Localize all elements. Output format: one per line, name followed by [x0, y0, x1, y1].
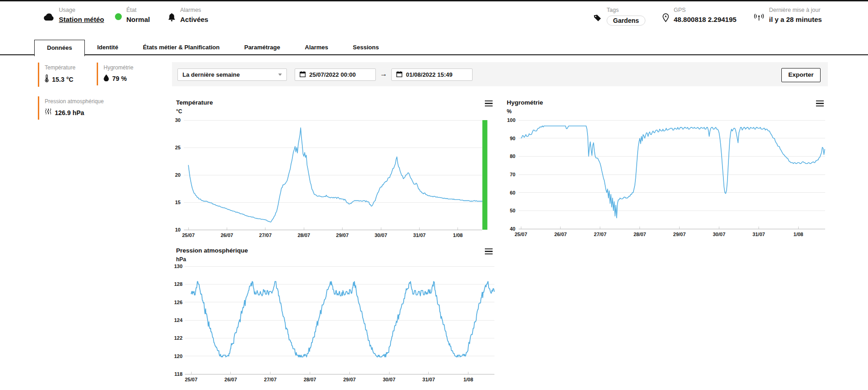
droplet-icon — [104, 74, 109, 83]
metric-card-hygrometrie[interactable]: Hygrométrie 79 % — [97, 63, 162, 85]
tags-group: Tags Gardens — [593, 7, 645, 26]
antenna-icon — [754, 13, 764, 21]
x-axis-tick-label: 1/08 — [794, 232, 803, 237]
x-axis-tick-label: 26/07 — [224, 377, 237, 382]
gps-value: 48.800818 2.294195 — [674, 16, 737, 23]
tag-icon — [593, 13, 602, 22]
chart-menu-icon[interactable] — [485, 100, 493, 106]
tab-alarmes[interactable]: Alarmes — [292, 40, 340, 55]
metric-value: 15.3 °C — [52, 76, 73, 83]
metric-label: Hygrométrie — [104, 64, 157, 71]
update-group: Dernière mise à jour il y a 28 minutes — [754, 7, 822, 23]
tags-label: Tags — [607, 7, 645, 13]
chart-title-pression: Pression atmosphérique — [176, 247, 248, 254]
x-axis-tick-label: 27/07 — [259, 232, 272, 238]
x-axis-tick-label: 30/07 — [374, 232, 387, 238]
tab-parametrage[interactable]: Paramétrage — [232, 40, 292, 55]
y-axis-tick-label: 50 — [510, 208, 515, 213]
cloud-icon — [43, 13, 54, 21]
y-axis-tick-label: 20 — [175, 172, 181, 178]
temperature-chart: 302520151025/0726/0727/0728/0729/0730/07… — [169, 116, 488, 242]
x-axis-tick-label: 27/07 — [264, 377, 277, 382]
gps-label: GPS — [674, 7, 737, 13]
calendar-icon — [300, 71, 306, 79]
x-axis-tick-label: 26/07 — [221, 232, 234, 238]
etat-label: État — [126, 7, 150, 13]
y-axis-tick-label: 126 — [174, 300, 182, 305]
data-line — [521, 126, 825, 218]
tab-bar: Données Identité États métier & Planific… — [34, 40, 391, 55]
x-axis-tick-label: 1/08 — [463, 377, 473, 382]
y-axis-tick-label: 30 — [175, 117, 181, 123]
gps-group: GPS 48.800818 2.294195 — [662, 7, 737, 23]
date-to-value: 01/08/2022 15:49 — [406, 71, 452, 78]
x-axis-tick-label: 29/07 — [336, 232, 349, 238]
bell-icon — [168, 13, 176, 21]
x-axis-tick-label: 30/07 — [383, 377, 395, 382]
metric-card-temperature[interactable]: Température 15.3 °C — [38, 63, 100, 87]
metric-value: 126.9 hPa — [55, 109, 84, 116]
range-arrow: → — [380, 70, 387, 78]
x-axis-tick-label: 25/07 — [185, 377, 198, 382]
date-from-input[interactable]: 25/07/2022 00:00 — [295, 69, 376, 81]
y-axis-tick-label: 118 — [174, 371, 182, 377]
x-axis-tick-label: 29/07 — [673, 232, 686, 237]
x-axis-tick-label: 28/07 — [297, 232, 310, 238]
y-axis-tick-label: 120 — [174, 353, 182, 359]
y-axis-tick-label: 70 — [510, 172, 515, 177]
usage-value-link[interactable]: Station météo — [59, 16, 104, 23]
chart-menu-icon[interactable] — [816, 100, 824, 106]
y-axis-tick-label: 90 — [510, 136, 515, 141]
y-axis-tick-label: 10 — [175, 227, 181, 232]
update-value: il y a 28 minutes — [769, 16, 822, 23]
x-axis-tick-label: 25/07 — [182, 232, 195, 238]
metric-label: Température — [45, 64, 96, 71]
chart-unit-temperature: °C — [176, 108, 182, 115]
x-axis-tick-label: 30/07 — [713, 232, 726, 237]
chart-unit-hygrometrie: % — [507, 108, 512, 115]
tab-identite[interactable]: Identité — [85, 40, 130, 55]
y-axis-tick-label: 100 — [507, 117, 515, 123]
tag-chip[interactable]: Gardens — [607, 16, 645, 26]
pression-chart: 13012812612412212011825/0726/0727/0728/0… — [169, 263, 502, 390]
status-bar-green — [483, 120, 488, 230]
x-axis-tick-label: 27/07 — [594, 232, 607, 237]
chevron-down-icon — [278, 74, 282, 76]
tab-sessions[interactable]: Sessions — [341, 40, 391, 55]
tab-donnees[interactable]: Données — [34, 40, 85, 56]
y-axis-tick-label: 130 — [174, 264, 182, 269]
time-range-select[interactable]: La dernière semaine — [177, 69, 287, 81]
y-axis-tick-label: 124 — [174, 317, 183, 323]
x-axis-tick-label: 26/07 — [554, 232, 567, 237]
metric-value: 79 % — [112, 75, 127, 82]
usage-label: Usage — [59, 7, 104, 13]
alarmes-label: Alarmes — [180, 7, 208, 13]
hygrometrie-chart: 10090807060504025/0726/0727/0728/0729/07… — [502, 116, 835, 242]
x-axis-tick-label: 28/07 — [304, 377, 317, 382]
chart-unit-pression: hPa — [176, 256, 186, 263]
date-to-input[interactable]: 01/08/2022 15:49 — [391, 69, 473, 81]
pressure-icon — [45, 108, 52, 117]
chart-menu-icon[interactable] — [485, 248, 493, 254]
x-axis-tick-label: 31/07 — [753, 232, 765, 237]
y-axis-tick-label: 60 — [510, 190, 515, 195]
y-axis-tick-label: 25 — [175, 145, 181, 150]
y-axis-tick-label: 128 — [174, 281, 182, 287]
x-axis-tick-label: 28/07 — [634, 232, 646, 237]
data-line — [191, 281, 495, 357]
chart-title-temperature: Température — [176, 99, 213, 106]
export-button[interactable]: Exporter — [781, 68, 821, 82]
y-axis-tick-label: 15 — [175, 200, 181, 205]
metric-label: Pression atmosphérique — [45, 98, 131, 105]
date-from-value: 25/07/2022 00:00 — [309, 71, 356, 78]
tab-etats-metier[interactable]: États métier & Planification — [130, 40, 232, 55]
x-axis-tick-label: 31/07 — [413, 232, 426, 238]
x-axis-tick-label: 1/08 — [453, 232, 463, 238]
time-range-value: La dernière semaine — [182, 71, 240, 78]
etat-group: État Normal — [115, 7, 150, 23]
etat-value: Normal — [126, 16, 150, 23]
metric-card-pression[interactable]: Pression atmosphérique 126.9 hPa — [38, 96, 136, 120]
alarmes-group: Alarmes Activées — [168, 7, 208, 23]
usage-group: Usage Station météo — [43, 7, 104, 23]
location-pin-icon — [662, 13, 669, 22]
